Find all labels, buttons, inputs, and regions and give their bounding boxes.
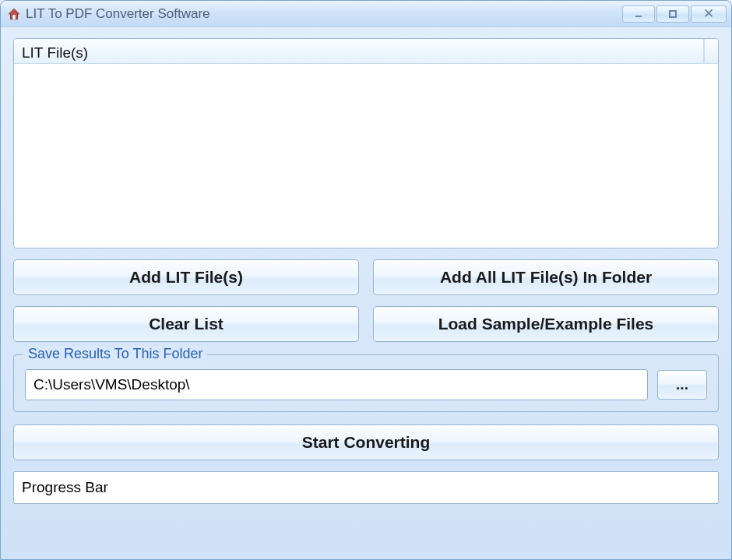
save-folder-input[interactable] <box>25 369 648 400</box>
window-title: LIT To PDF Converter Software <box>26 6 621 22</box>
close-button[interactable]: ✕ <box>691 5 727 23</box>
svg-rect-2 <box>670 11 676 17</box>
file-list-column-header[interactable]: LIT File(s) <box>14 39 704 63</box>
svg-rect-0 <box>12 15 15 19</box>
maximize-button[interactable] <box>656 5 689 23</box>
save-folder-legend: Save Results To This Folder <box>23 346 207 362</box>
start-row: Start Converting <box>13 424 719 460</box>
add-files-button[interactable]: Add LIT File(s) <box>13 259 359 295</box>
minimize-button[interactable] <box>622 5 655 23</box>
client-area: LIT File(s) Add LIT File(s) Add All LIT … <box>1 27 731 513</box>
button-row-1: Add LIT File(s) Add All LIT File(s) In F… <box>13 259 719 295</box>
file-list-header: LIT File(s) <box>14 39 718 64</box>
close-icon: ✕ <box>703 7 714 20</box>
clear-list-button[interactable]: Clear List <box>13 306 359 342</box>
browse-button[interactable]: ... <box>657 370 707 400</box>
titlebar: LIT To PDF Converter Software ✕ <box>1 1 731 27</box>
button-row-2: Clear List Load Sample/Example Files <box>13 306 719 342</box>
window-controls: ✕ <box>621 5 727 23</box>
app-icon <box>7 7 21 21</box>
add-folder-button[interactable]: Add All LIT File(s) In Folder <box>373 259 719 295</box>
start-converting-button[interactable]: Start Converting <box>13 424 719 460</box>
save-folder-row: ... <box>25 369 707 400</box>
progress-bar: Progress Bar <box>13 471 719 504</box>
load-sample-button[interactable]: Load Sample/Example Files <box>373 306 719 342</box>
application-window: LIT To PDF Converter Software ✕ LIT File… <box>0 0 732 560</box>
progress-label: Progress Bar <box>22 479 108 496</box>
save-folder-group: Save Results To This Folder ... <box>13 354 719 412</box>
file-list[interactable]: LIT File(s) <box>13 38 719 248</box>
file-list-header-spacer <box>704 39 718 63</box>
